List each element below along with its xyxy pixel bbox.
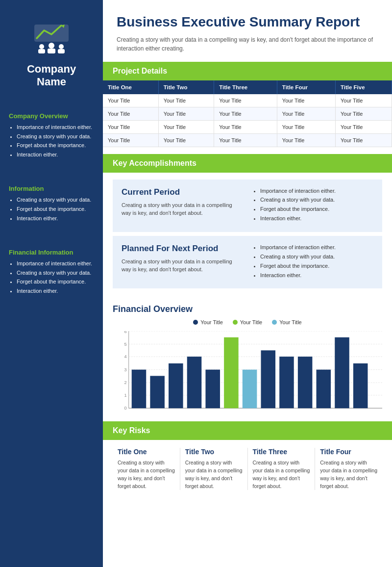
main-content: Business Executive Summary Report Creati… bbox=[103, 0, 392, 567]
sidebar-section-financial-information: Financial Information Importance of inte… bbox=[0, 240, 103, 304]
sidebar-list-company-overview: Importance of interaction either. Creati… bbox=[9, 124, 94, 158]
table-cell: Your Title bbox=[103, 133, 158, 147]
page: Company Name Company Overview Importance… bbox=[0, 0, 392, 567]
financial-overview-title: Financial Overview bbox=[113, 304, 382, 314]
svg-text:4: 4 bbox=[124, 354, 126, 359]
table-body: Your Title Your Title Your Title Your Ti… bbox=[103, 94, 392, 147]
legend-item-2: Your Title bbox=[233, 319, 262, 325]
sidebar-list-item: Importance of interaction either. bbox=[17, 124, 94, 131]
accomplishment-left-1: Current Period Creating a story with you… bbox=[122, 187, 243, 224]
svg-text:1: 1 bbox=[124, 393, 126, 398]
table-row: Your Title Your Title Your Title Your Ti… bbox=[103, 120, 392, 133]
bar-8 bbox=[261, 351, 276, 409]
sidebar-list-item: Forget about the importance. bbox=[17, 142, 94, 149]
sidebar-section-title-information: Information bbox=[9, 185, 94, 192]
planned-period-title: Planned For Next Period bbox=[122, 244, 243, 254]
table-cell: Your Title bbox=[214, 107, 277, 120]
legend-dot-3 bbox=[272, 320, 277, 325]
bullet-item: Importance of interaction either. bbox=[260, 244, 373, 251]
legend-label-1: Your Title bbox=[200, 319, 222, 325]
accomplishment-box-1: Current Period Creating a story with you… bbox=[113, 180, 382, 232]
sidebar-section-title-company-overview: Company Overview bbox=[9, 112, 94, 120]
table-cell: Your Title bbox=[158, 120, 214, 133]
report-subtitle: Creating a story with your data in a com… bbox=[117, 35, 378, 53]
table-cell: Your Title bbox=[158, 133, 214, 147]
sidebar-section-information: Information Creating a story with your d… bbox=[0, 176, 103, 231]
svg-rect-3 bbox=[38, 49, 45, 53]
accomplishment-right-2: Importance of interaction either. Creati… bbox=[252, 244, 373, 281]
table-cell: Your Title bbox=[103, 107, 158, 120]
risk-text-1: Creating a story with your data in a com… bbox=[118, 459, 175, 490]
svg-point-4 bbox=[49, 43, 54, 49]
svg-point-6 bbox=[59, 44, 64, 49]
col-header-4: Title Four bbox=[277, 80, 335, 94]
legend-item-1: Your Title bbox=[193, 319, 222, 325]
svg-point-2 bbox=[39, 44, 44, 49]
company-logo bbox=[29, 15, 74, 54]
sidebar-list-item: Interaction either. bbox=[17, 287, 94, 295]
svg-text:0: 0 bbox=[124, 406, 126, 411]
col-header-1: Title One bbox=[103, 80, 158, 94]
sidebar-section-title-financial-information: Financial Information bbox=[9, 249, 94, 256]
table-row: Your Title Your Title Your Title Your Ti… bbox=[103, 94, 392, 107]
svg-text:3: 3 bbox=[124, 367, 126, 372]
risk-title-4: Title Four bbox=[320, 448, 377, 456]
bar-6 bbox=[224, 337, 239, 409]
table-cell: Your Title bbox=[158, 107, 214, 120]
table-cell: Your Title bbox=[103, 94, 158, 107]
risk-item-1: Title One Creating a story with your dat… bbox=[113, 448, 180, 490]
key-risks-section: Key Risks Title One Creating a story wit… bbox=[103, 421, 392, 498]
table-cell: Your Title bbox=[214, 120, 277, 133]
bar-3 bbox=[169, 363, 183, 408]
table-cell: Your Title bbox=[277, 107, 335, 120]
bullet-item: Forget about the importance. bbox=[260, 206, 373, 213]
bullet-item: Importance of interaction either. bbox=[260, 187, 373, 195]
current-period-text: Creating a story with your data in a com… bbox=[122, 201, 243, 217]
risk-item-3: Title Three Creating a story with your d… bbox=[248, 448, 316, 490]
risk-title-2: Title Two bbox=[185, 448, 243, 456]
svg-rect-5 bbox=[48, 49, 55, 53]
sidebar-list-item: Forget about the importance. bbox=[17, 278, 94, 285]
sidebar-list-item: Interaction either. bbox=[17, 151, 94, 158]
bar-9 bbox=[279, 357, 294, 408]
legend-dot-1 bbox=[193, 320, 198, 325]
legend-label-3: Your Title bbox=[279, 319, 301, 325]
col-header-5: Title Five bbox=[335, 80, 392, 94]
sidebar-section-company-overview: Company Overview Importance of interacti… bbox=[0, 103, 103, 167]
table-cell: Your Title bbox=[214, 133, 277, 147]
table-cell: Your Title bbox=[158, 94, 214, 107]
key-accomplishments-heading: Key Accomplishments bbox=[103, 154, 392, 173]
table-cell: Your Title bbox=[214, 94, 277, 107]
risk-title-3: Title Three bbox=[253, 448, 310, 456]
table-row: Your Title Your Title Your Title Your Ti… bbox=[103, 133, 392, 147]
risk-title-1: Title One bbox=[118, 448, 175, 456]
bullet-item: Creating a story with your data. bbox=[260, 253, 373, 260]
accomplishment-right-1: Importance of interaction either. Creati… bbox=[252, 187, 373, 224]
planned-period-text: Creating a story with your data in a com… bbox=[122, 258, 243, 274]
key-risks-heading: Key Risks bbox=[103, 421, 392, 440]
current-period-bullets: Importance of interaction either. Creati… bbox=[252, 187, 373, 222]
bar-4 bbox=[187, 357, 202, 408]
sidebar-list-item: Creating a story with your data. bbox=[17, 196, 94, 204]
sidebar-list-item: Creating a story with your data. bbox=[17, 133, 94, 140]
table-header-row: Title One Title Two Title Three Title Fo… bbox=[103, 80, 392, 94]
sidebar-list-financial-information: Importance of interaction either. Creati… bbox=[9, 260, 94, 295]
legend-item-3: Your Title bbox=[272, 319, 301, 325]
bullet-item: Interaction either. bbox=[260, 215, 373, 222]
table-cell: Your Title bbox=[335, 94, 392, 107]
risks-grid: Title One Creating a story with your dat… bbox=[103, 440, 392, 498]
table-row: Your Title Your Title Your Title Your Ti… bbox=[103, 107, 392, 120]
bar-12 bbox=[335, 337, 349, 409]
accomplishment-box-2: Planned For Next Period Creating a story… bbox=[113, 236, 382, 288]
header: Business Executive Summary Report Creati… bbox=[103, 0, 392, 62]
financial-overview-section: Financial Overview Your Title Your Title… bbox=[103, 295, 392, 421]
bullet-item: Forget about the importance. bbox=[260, 262, 373, 270]
risk-item-4: Title Four Creating a story with your da… bbox=[315, 448, 382, 490]
bar-10 bbox=[298, 357, 313, 408]
bar-5 bbox=[205, 370, 220, 409]
report-title: Business Executive Summary Report bbox=[117, 14, 378, 30]
col-header-3: Title Three bbox=[214, 80, 277, 94]
legend-dot-2 bbox=[233, 320, 238, 325]
bar-chart: 0 1 2 3 4 5 6 bbox=[113, 331, 382, 414]
risk-text-3: Creating a story with your data in a com… bbox=[253, 459, 310, 490]
